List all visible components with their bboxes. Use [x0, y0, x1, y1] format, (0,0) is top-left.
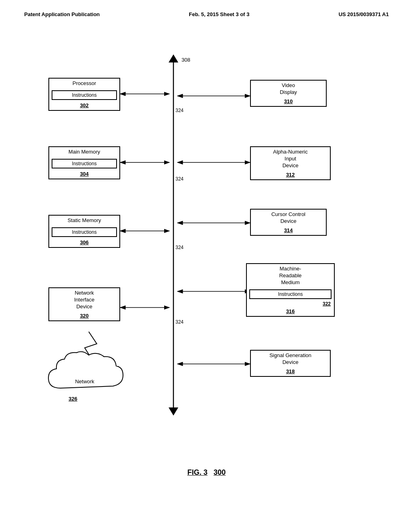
figure-number: 300	[213, 468, 225, 476]
main-memory-instructions: Instructions	[52, 159, 117, 168]
patent-header: Patent Application Publication Feb. 5, 2…	[0, 0, 413, 21]
alpha-numeric-box: Alpha-Numeric Input Device 312	[250, 146, 331, 180]
video-display-number: 310	[251, 98, 326, 106]
network-number: 326	[69, 396, 77, 402]
figure-label: FIG. 3	[187, 468, 207, 476]
signal-generation-box: Signal Generation Device 318	[250, 350, 331, 377]
alpha-numeric-label: Alpha-Numeric Input Device	[251, 147, 330, 171]
main-memory-number: 304	[49, 170, 119, 179]
header-right: US 2015/0039371 A1	[338, 11, 389, 17]
network-interface-box: Network Interface Device 320	[48, 287, 120, 321]
network-interface-number: 320	[49, 312, 119, 320]
processor-number: 302	[49, 102, 119, 110]
machine-readable-number: 316	[247, 308, 334, 316]
network-cloud: Network 326	[44, 348, 125, 400]
static-memory-instructions: Instructions	[52, 227, 117, 237]
svg-text:324: 324	[175, 176, 184, 182]
signal-generation-label: Signal Generation Device	[251, 351, 330, 368]
static-memory-label: Static Memory	[49, 216, 119, 226]
video-display-label: Video Display	[251, 81, 326, 98]
cursor-control-number: 314	[251, 227, 326, 235]
machine-readable-instructions: Instructions	[249, 289, 332, 299]
cursor-control-box: Cursor Control Device 314	[250, 209, 327, 236]
alpha-numeric-number: 312	[251, 171, 330, 179]
cursor-control-label: Cursor Control Device	[251, 210, 326, 227]
figure-caption: FIG. 3 300	[187, 468, 225, 477]
machine-readable-outer-box: Machine- Readable Medium Instructions 32…	[246, 263, 335, 317]
processor-label: Processor	[49, 79, 119, 89]
cloud-svg: Network	[44, 348, 125, 400]
main-memory-box: Main Memory Instructions 304	[48, 146, 120, 179]
diagram-area: 308 324 324 324 324 Processor	[0, 25, 413, 493]
svg-text:324: 324	[175, 108, 184, 113]
video-display-box: Video Display 310	[250, 80, 327, 107]
static-memory-box: Static Memory Instructions 306	[48, 215, 120, 248]
svg-marker-6	[169, 407, 178, 416]
svg-marker-5	[169, 54, 178, 62]
machine-readable-label: Machine- Readable Medium	[247, 264, 334, 288]
header-middle: Feb. 5, 2015 Sheet 3 of 3	[189, 11, 249, 17]
main-memory-label: Main Memory	[49, 147, 119, 157]
machine-readable-inner-number: 322	[247, 301, 334, 308]
processor-box: Processor Instructions 302	[48, 78, 120, 111]
svg-text:324: 324	[175, 245, 184, 250]
svg-text:308: 308	[181, 57, 190, 63]
svg-text:324: 324	[175, 319, 184, 325]
signal-generation-number: 318	[251, 368, 330, 376]
processor-instructions: Instructions	[52, 90, 117, 100]
header-left: Patent Application Publication	[24, 11, 100, 17]
svg-text:Network: Network	[75, 378, 94, 384]
network-interface-label: Network Interface Device	[49, 288, 119, 312]
static-memory-number: 306	[49, 239, 119, 247]
